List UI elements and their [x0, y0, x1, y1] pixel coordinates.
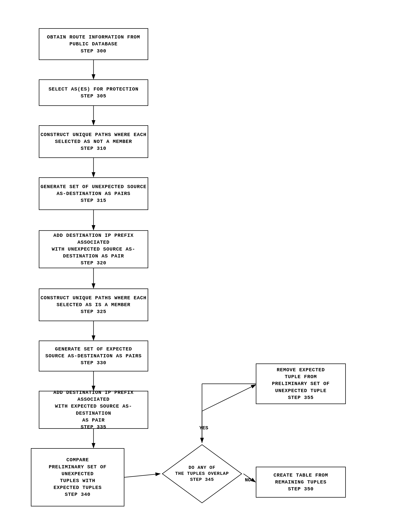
step-300-label: OBTAIN ROUTE INFORMATION FROMPUBLIC DATA…: [47, 34, 140, 55]
step-320-label: ADD DESTINATION IP PREFIX ASSOCIATEDWITH…: [39, 232, 148, 267]
step-315-label: GENERATE SET OF UNEXPECTED SOURCEAS-DEST…: [41, 183, 147, 204]
step-320-box: ADD DESTINATION IP PREFIX ASSOCIATEDWITH…: [39, 230, 148, 268]
step-340-box: COMPAREPRELIMINARY SET OFUNEXPECTEDTUPLE…: [31, 448, 124, 506]
step-315-box: GENERATE SET OF UNEXPECTED SOURCEAS-DEST…: [39, 177, 148, 210]
step-305-label: SELECT AS(ES) FOR PROTECTIONSTEP 305: [48, 86, 139, 100]
no-label: NO: [245, 477, 251, 483]
step-335-label: ADD DESTINATION IP PREFIX ASSOCIATEDWITH…: [39, 389, 148, 430]
step-330-label: GENERATE SET OF EXPECTEDSOURCE AS-DESTIN…: [45, 346, 142, 367]
step-310-label: CONSTRUCT UNIQUE PATHS WHERE EACHSELECTE…: [41, 131, 147, 152]
step-355-label: REMOVE EXPECTEDTUPLE FROMPRELIMINARY SET…: [272, 367, 330, 401]
step-355-box: REMOVE EXPECTEDTUPLE FROMPRELIMINARY SET…: [256, 363, 346, 404]
step-350-box: CREATE TABLE FROMREMAINING TUPLESSTEP 35…: [256, 467, 346, 498]
yes-label: YES: [199, 425, 208, 431]
step-325-label: CONSTRUCT UNIQUE PATHS WHERE EACHSELECTE…: [41, 294, 147, 315]
svg-line-10: [124, 474, 160, 477]
step-335-box: ADD DESTINATION IP PREFIX ASSOCIATEDWITH…: [39, 391, 148, 429]
step-345-label: DO ANY OFTHE TUPLES OVERLAPSTEP 345: [160, 443, 244, 505]
step-350-label: CREATE TABLE FROMREMAINING TUPLESSTEP 35…: [273, 472, 328, 493]
step-305-box: SELECT AS(ES) FOR PROTECTIONSTEP 305: [39, 79, 148, 106]
diagram-container: OBTAIN ROUTE INFORMATION FROMPUBLIC DATA…: [21, 14, 392, 526]
step-325-box: CONSTRUCT UNIQUE PATHS WHERE EACHSELECTE…: [39, 288, 148, 321]
svg-line-13: [202, 385, 256, 411]
step-330-box: GENERATE SET OF EXPECTEDSOURCE AS-DESTIN…: [39, 341, 148, 371]
step-340-label: COMPAREPRELIMINARY SET OFUNEXPECTEDTUPLE…: [49, 456, 107, 498]
step-345-diamond: DO ANY OFTHE TUPLES OVERLAPSTEP 345: [160, 443, 244, 505]
step-300-box: OBTAIN ROUTE INFORMATION FROMPUBLIC DATA…: [39, 28, 148, 60]
step-310-box: CONSTRUCT UNIQUE PATHS WHERE EACHSELECTE…: [39, 125, 148, 158]
